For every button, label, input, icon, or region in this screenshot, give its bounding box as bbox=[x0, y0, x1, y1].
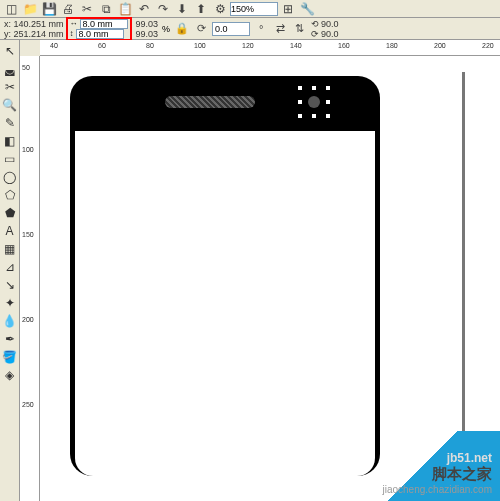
text-tool-icon[interactable]: A bbox=[0, 222, 19, 240]
fill-tool-icon[interactable]: 🪣 bbox=[0, 348, 19, 366]
cut-icon[interactable]: ✂ bbox=[78, 2, 96, 16]
shape-tool-icon[interactable]: ◛ bbox=[0, 60, 19, 78]
ellipse-tool-icon[interactable]: ◯ bbox=[0, 168, 19, 186]
crop-tool-icon[interactable]: ✂ bbox=[0, 78, 19, 96]
import-icon[interactable]: ⬇ bbox=[173, 2, 191, 16]
redo-icon[interactable]: ↷ bbox=[154, 2, 172, 16]
open-icon[interactable]: 📁 bbox=[21, 2, 39, 16]
width-input[interactable] bbox=[80, 19, 128, 29]
print-icon[interactable]: 🖨 bbox=[59, 2, 77, 16]
width-icon: ↔ bbox=[70, 19, 78, 28]
selection-handle[interactable] bbox=[325, 99, 331, 105]
save-icon[interactable]: 💾 bbox=[40, 2, 58, 16]
new-icon[interactable]: ◫ bbox=[2, 2, 20, 16]
workspace: ↖ ◛ ✂ 🔍 ✎ ◧ ▭ ◯ ⬠ ⬟ A ▦ ⊿ ↘ ✦ 💧 ✒ 🪣 ◈ 40… bbox=[0, 40, 500, 501]
toolbox: ↖ ◛ ✂ 🔍 ✎ ◧ ▭ ◯ ⬠ ⬟ A ▦ ⊿ ↘ ✦ 💧 ✒ 🪣 ◈ bbox=[0, 40, 20, 501]
height-input[interactable] bbox=[76, 29, 124, 39]
basic-shapes-icon[interactable]: ⬟ bbox=[0, 204, 19, 222]
interactive-fill-icon[interactable]: ◈ bbox=[0, 366, 19, 384]
effects-tool-icon[interactable]: ✦ bbox=[0, 294, 19, 312]
paste-icon[interactable]: 📋 bbox=[116, 2, 134, 16]
pick-tool-icon[interactable]: ↖ bbox=[0, 42, 19, 60]
snap-icon[interactable]: ⊞ bbox=[279, 2, 297, 16]
skew-h-icon: ⟲ bbox=[311, 19, 319, 29]
canvas-area: 40 60 80 100 120 140 160 180 200 220 50 … bbox=[20, 40, 500, 501]
polygon-tool-icon[interactable]: ⬠ bbox=[0, 186, 19, 204]
watermark-text: jb51.net 脚本之家 jiaocheng.chazidian.com bbox=[382, 448, 492, 495]
height-icon: ↕ bbox=[70, 29, 74, 38]
object-position: x: 140.251 mm y: 251.214 mm bbox=[2, 19, 66, 39]
connector-tool-icon[interactable]: ↘ bbox=[0, 276, 19, 294]
rectangle-tool-icon[interactable]: ▭ bbox=[0, 150, 19, 168]
selection-handle[interactable] bbox=[311, 85, 317, 91]
mirror-v-icon[interactable]: ⇅ bbox=[291, 21, 307, 37]
skew-v-icon: ⟳ bbox=[311, 29, 319, 39]
smart-fill-icon[interactable]: ◧ bbox=[0, 132, 19, 150]
property-bar: x: 140.251 mm y: 251.214 mm ↔ ↕ 99.03 99… bbox=[0, 18, 500, 40]
guide-line[interactable] bbox=[462, 72, 465, 467]
main-toolbar: ◫ 📁 💾 🖨 ✂ ⧉ 📋 ↶ ↷ ⬇ ⬆ ⚙ ⊞ 🔧 bbox=[0, 0, 500, 18]
selection-handle[interactable] bbox=[311, 113, 317, 119]
selection-handle[interactable] bbox=[297, 99, 303, 105]
zoom-tool-icon[interactable]: 🔍 bbox=[0, 96, 19, 114]
scale-factor: 99.03 99.03 bbox=[132, 19, 163, 39]
rotation-input[interactable] bbox=[212, 22, 250, 36]
selection-handle[interactable] bbox=[297, 85, 303, 91]
scale-unit: % bbox=[162, 24, 170, 34]
freehand-tool-icon[interactable]: ✎ bbox=[0, 114, 19, 132]
object-size-highlight: ↔ ↕ bbox=[66, 17, 132, 41]
ruler-vertical: 50 100 150 200 250 bbox=[20, 56, 40, 501]
mirror-h-icon[interactable]: ⇄ bbox=[272, 21, 288, 37]
undo-icon[interactable]: ↶ bbox=[135, 2, 153, 16]
eyedropper-icon[interactable]: 💧 bbox=[0, 312, 19, 330]
dimension-tool-icon[interactable]: ⊿ bbox=[0, 258, 19, 276]
selection-handle[interactable] bbox=[297, 113, 303, 119]
export-icon[interactable]: ⬆ bbox=[192, 2, 210, 16]
selection-handle[interactable] bbox=[325, 113, 331, 119]
table-tool-icon[interactable]: ▦ bbox=[0, 240, 19, 258]
phone-shape[interactable] bbox=[70, 76, 380, 476]
outline-tool-icon[interactable]: ✒ bbox=[0, 330, 19, 348]
zoom-level[interactable] bbox=[230, 2, 278, 16]
rotation-unit: ° bbox=[253, 21, 269, 37]
options-icon[interactable]: 🔧 bbox=[298, 2, 316, 16]
lock-ratio-icon[interactable]: 🔒 bbox=[174, 21, 190, 37]
selection-handle[interactable] bbox=[325, 85, 331, 91]
phone-screen bbox=[75, 131, 375, 476]
rotation-icon: ⟳ bbox=[193, 21, 209, 37]
ruler-horizontal: 40 60 80 100 120 140 160 180 200 220 bbox=[40, 40, 500, 56]
selected-circle[interactable] bbox=[300, 88, 328, 116]
app-launch-icon[interactable]: ⚙ bbox=[211, 2, 229, 16]
phone-speaker bbox=[165, 96, 255, 108]
skew-values: ⟲90.0 ⟳90.0 bbox=[311, 19, 339, 39]
copy-icon[interactable]: ⧉ bbox=[97, 2, 115, 16]
